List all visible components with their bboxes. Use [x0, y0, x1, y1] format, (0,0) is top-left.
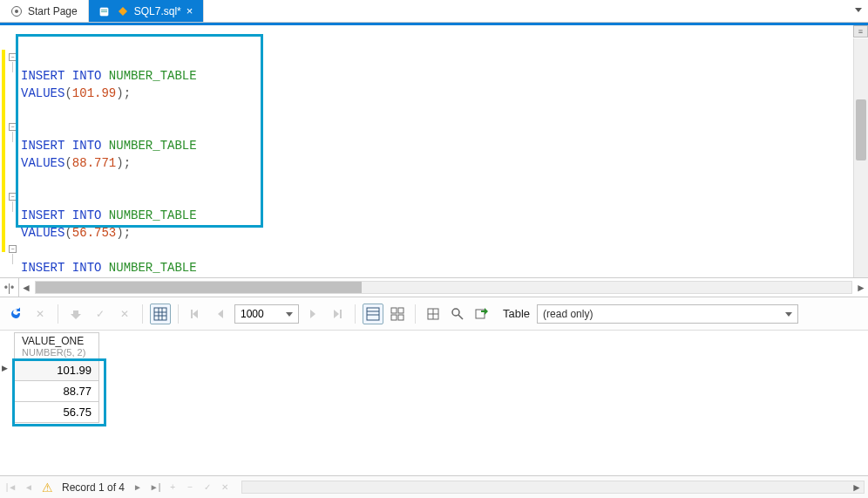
fetch-size-select[interactable]: 1000: [234, 304, 299, 324]
results-toolbar: ✕ ✓ ✕ 1000 Table (read only): [0, 297, 868, 331]
editor-split-grip[interactable]: ≡: [853, 25, 868, 38]
grid-cell[interactable]: 88.77: [14, 381, 99, 402]
next-page-button[interactable]: [302, 304, 323, 324]
refresh-button[interactable]: [5, 304, 26, 324]
editor-vscroll[interactable]: [853, 38, 868, 277]
svg-marker-17: [334, 310, 339, 318]
delete-row-button[interactable]: −: [182, 480, 198, 495]
find-button[interactable]: [447, 304, 468, 324]
svg-rect-4: [101, 11, 107, 12]
fetch-size-value: 1000: [241, 308, 264, 320]
status-hscroll[interactable]: ►: [241, 481, 865, 494]
fold-line: [12, 254, 13, 264]
svg-rect-25: [398, 315, 403, 320]
svg-rect-24: [391, 315, 397, 320]
hscroll-thumb[interactable]: [36, 282, 362, 293]
apply-button[interactable]: ✓: [90, 304, 111, 324]
svg-rect-23: [398, 308, 403, 313]
svg-rect-13: [191, 310, 193, 318]
svg-marker-12: [193, 310, 198, 318]
svg-marker-15: [286, 312, 293, 317]
svg-rect-7: [154, 308, 166, 320]
svg-marker-5: [119, 7, 127, 16]
svg-marker-6: [855, 8, 862, 12]
svg-rect-3: [101, 10, 107, 10]
editor-hscroll-bar: •|• ◄ ►: [0, 278, 868, 297]
nav-first-button[interactable]: |◄: [3, 480, 19, 495]
table-mode-select[interactable]: (read only): [537, 304, 798, 324]
fold-toggle[interactable]: −: [9, 53, 17, 61]
editor-content[interactable]: INSERT INTO NUMBER_TABLE VALUES(101.99);…: [21, 29, 851, 276]
view-grid-button[interactable]: [363, 304, 383, 324]
prev-page-button[interactable]: [210, 304, 231, 324]
fold-line: [12, 132, 13, 142]
svg-rect-18: [340, 310, 342, 318]
table-mode-value: (read only): [543, 308, 593, 320]
last-page-button[interactable]: [327, 304, 348, 324]
status-bar: |◄ ◄ ⚠ Record 1 of 4 ► ►| + − ✓ ✕ ►: [0, 475, 868, 498]
grid-rows: 101.99 88.77 56.75: [14, 360, 99, 423]
hscroll-track[interactable]: [35, 281, 852, 294]
svg-marker-16: [310, 310, 315, 318]
cancel-edit-button[interactable]: ✕: [217, 480, 233, 495]
rollback-button[interactable]: ✕: [114, 304, 135, 324]
hscroll-right-icon[interactable]: ►: [850, 481, 864, 493]
first-page-button[interactable]: [186, 304, 207, 324]
svg-point-29: [452, 309, 459, 316]
sql-file-icon: [99, 5, 112, 17]
view-card-button[interactable]: [387, 304, 408, 324]
sql-editor[interactable]: − − − − INSERT INTO NUMBER_TABLE VALUES(…: [0, 25, 868, 278]
grid-cell[interactable]: 56.75: [14, 402, 99, 423]
chevron-down-icon: [785, 310, 792, 317]
nav-last-button[interactable]: ►|: [147, 480, 163, 495]
warning-icon: ⚠: [42, 481, 53, 495]
modified-icon: [117, 5, 129, 17]
column-header[interactable]: VALUE_ONE NUMBER(5, 2): [14, 332, 99, 360]
svg-rect-22: [391, 308, 397, 313]
results-grid: VALUE_ONE NUMBER(5, 2) ▶ 101.99 88.77 56…: [0, 331, 868, 456]
editor-gutter: − − − −: [2, 29, 19, 276]
fold-line: [12, 62, 13, 72]
current-row-marker: ▶: [2, 364, 8, 372]
confirm-edit-button[interactable]: ✓: [200, 480, 215, 495]
pivot-button[interactable]: [423, 304, 444, 324]
cancel-button[interactable]: ✕: [30, 304, 51, 324]
tab-sql-file[interactable]: SQL7.sql* ×: [89, 0, 205, 22]
svg-marker-14: [218, 310, 223, 318]
export-button[interactable]: [471, 304, 492, 324]
chevron-down-icon: [286, 310, 293, 317]
tab-bar: Start Page SQL7.sql* ×: [0, 0, 868, 23]
tab-start-page[interactable]: Start Page: [0, 0, 89, 22]
svg-line-30: [458, 315, 463, 319]
svg-point-1: [15, 10, 18, 13]
column-name: VALUE_ONE: [22, 335, 92, 347]
tab-label: SQL7.sql*: [134, 5, 181, 17]
grid-cell[interactable]: 101.99: [14, 360, 99, 381]
change-marker: [2, 50, 5, 252]
add-row-button[interactable]: +: [165, 480, 180, 495]
fold-toggle[interactable]: −: [9, 245, 17, 253]
hsplit-handle[interactable]: •|•: [0, 278, 19, 297]
fold-toggle[interactable]: −: [9, 123, 17, 131]
fold-toggle[interactable]: −: [9, 193, 17, 201]
grid-mode-button[interactable]: [150, 304, 171, 324]
svg-marker-32: [785, 312, 792, 317]
fold-line: [12, 201, 13, 212]
scroll-thumb[interactable]: [856, 99, 866, 160]
nav-prev-button[interactable]: ◄: [21, 480, 37, 495]
hscroll-right-icon[interactable]: ►: [854, 281, 868, 294]
svg-rect-19: [367, 308, 379, 320]
column-type: NUMBER(5, 2): [22, 347, 92, 358]
commit-button[interactable]: [65, 304, 86, 324]
record-position: Record 1 of 4: [62, 481, 125, 494]
hscroll-left-icon[interactable]: ◄: [19, 281, 33, 294]
close-tab-icon[interactable]: ×: [186, 4, 193, 17]
nav-next-button[interactable]: ►: [130, 480, 146, 495]
tabs-dropdown-icon[interactable]: [854, 5, 863, 14]
table-label: Table: [503, 307, 530, 320]
start-page-icon: [10, 5, 23, 17]
tab-label: Start Page: [28, 5, 78, 17]
